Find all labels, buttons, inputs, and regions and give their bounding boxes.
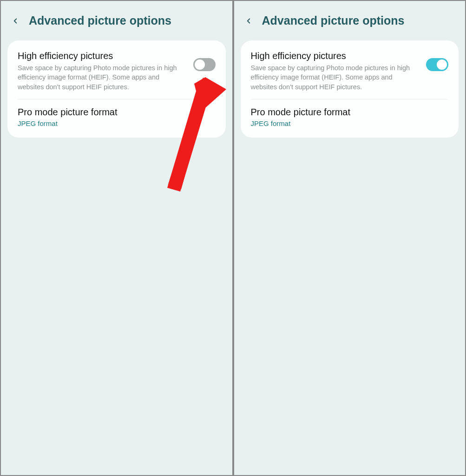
setting-title: Pro mode picture format	[251, 107, 449, 118]
setting-description: Save space by capturing Photo mode pictu…	[251, 63, 420, 92]
header: Advanced picture options	[234, 1, 466, 37]
setting-value: JPEG format	[18, 119, 216, 127]
back-icon[interactable]	[243, 16, 254, 26]
screen-right: Advanced picture options High efficiency…	[234, 1, 466, 475]
setting-pro-mode[interactable]: Pro mode picture format JPEG format	[7, 99, 226, 135]
heif-toggle[interactable]	[193, 58, 216, 71]
page-title: Advanced picture options	[29, 14, 171, 27]
settings-card: High efficiency pictures Save space by c…	[241, 40, 459, 138]
setting-text: Pro mode picture format JPEG format	[18, 107, 216, 127]
setting-description: Save space by capturing Photo mode pictu…	[18, 63, 187, 92]
setting-pro-mode[interactable]: Pro mode picture format JPEG format	[241, 99, 459, 135]
setting-text: High efficiency pictures Save space by c…	[251, 51, 420, 92]
back-icon[interactable]	[10, 16, 20, 26]
toggle-knob	[437, 60, 447, 70]
header: Advanced picture options	[1, 1, 232, 37]
page-title: Advanced picture options	[262, 14, 405, 27]
screen-left: Advanced picture options High efficiency…	[1, 1, 232, 475]
heif-toggle[interactable]	[426, 58, 448, 71]
setting-high-efficiency[interactable]: High efficiency pictures Save space by c…	[7, 43, 226, 99]
toggle-knob	[195, 60, 205, 70]
settings-card: High efficiency pictures Save space by c…	[7, 40, 226, 138]
setting-title: High efficiency pictures	[251, 51, 420, 61]
setting-text: Pro mode picture format JPEG format	[251, 107, 449, 127]
setting-title: High efficiency pictures	[18, 51, 187, 61]
setting-high-efficiency[interactable]: High efficiency pictures Save space by c…	[241, 43, 459, 99]
setting-value: JPEG format	[251, 119, 449, 127]
setting-text: High efficiency pictures Save space by c…	[18, 51, 187, 92]
setting-title: Pro mode picture format	[18, 107, 216, 118]
